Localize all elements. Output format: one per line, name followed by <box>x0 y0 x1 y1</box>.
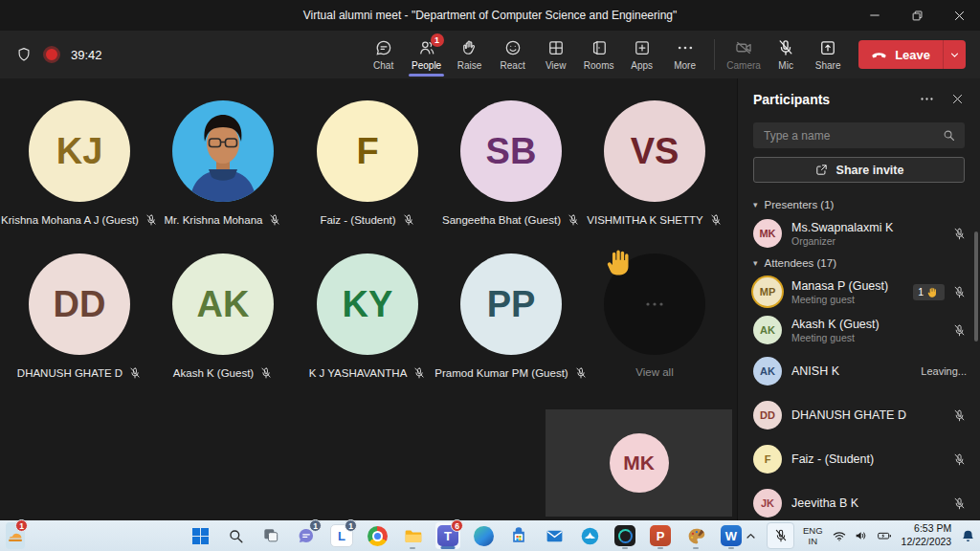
windows-taskbar: 1 1 <box>0 520 980 551</box>
participant-search[interactable] <box>753 122 965 148</box>
participant-tile[interactable]: DD DHANUSH GHATE D <box>8 253 151 380</box>
powerpoint-button[interactable]: P <box>648 522 673 549</box>
tab-chat[interactable]: Chat <box>362 31 405 78</box>
video-grid: KJ Krishna Mohana A J (Guest) Mr. Krishn… <box>0 78 737 520</box>
participant-tile[interactable]: KY K J YASHAVANTHA <box>296 253 439 380</box>
participant-row[interactable]: DD DHANUSH GHATE D <box>738 393 980 437</box>
view-all-tile[interactable]: View all <box>583 253 726 378</box>
participant-name: DHANUSH GHATE D <box>17 367 122 379</box>
mic-muted-icon <box>952 496 967 511</box>
tab-view[interactable]: View <box>534 31 577 78</box>
participant-row[interactable]: AK ANISH K Leaving... <box>738 349 980 393</box>
participant-tile[interactable]: SB Sangeetha Bhat (Guest) <box>439 100 583 227</box>
apps-icon <box>633 38 652 57</box>
participant-tile[interactable]: AK Akash K (Guest) <box>151 253 295 380</box>
participant-tile[interactable]: F Faiz - (Student) <box>296 100 439 227</box>
paint-palette-icon <box>686 526 706 546</box>
chat-app-button[interactable]: 1 <box>294 522 319 549</box>
file-explorer-button[interactable] <box>400 522 425 549</box>
tray-chevron-up-icon[interactable] <box>744 529 758 543</box>
close-button[interactable] <box>938 0 980 31</box>
minimize-button[interactable] <box>854 0 896 31</box>
date: 12/22/2023 <box>902 536 952 549</box>
panel-close-icon[interactable] <box>950 92 965 106</box>
search-input[interactable] <box>762 128 942 143</box>
avatar: PP <box>460 253 562 355</box>
tab-raise[interactable]: Raise <box>448 31 491 78</box>
teams-meeting-window: Virtual alumni meet - "Department of Com… <box>0 0 980 551</box>
mail-button[interactable] <box>542 522 567 549</box>
word-button[interactable]: W <box>719 522 744 549</box>
participant-name: Akash K (Guest) <box>173 367 254 379</box>
avatar: MP <box>753 277 782 306</box>
camera-off-icon <box>734 38 753 57</box>
avatar: SB <box>460 100 562 202</box>
l-app-badge: 1 <box>345 519 357 532</box>
tab-rooms[interactable]: Rooms <box>577 31 620 78</box>
mic-muted-icon <box>709 213 723 227</box>
task-view-button[interactable] <box>258 522 283 549</box>
participant-row[interactable]: JK Jeevitha B K <box>738 481 980 525</box>
l-app-button[interactable]: L 1 <box>329 522 354 549</box>
toolbar-tabs: Chat 1 People Raise React View <box>362 31 706 78</box>
panel-more-options-icon[interactable] <box>919 91 935 107</box>
raise-hand-icon <box>460 38 479 57</box>
participant-row[interactable]: MK Ms.Swapnalaxmi K Organizer <box>738 214 980 253</box>
restore-button[interactable] <box>896 0 938 31</box>
window-controls <box>854 0 980 31</box>
word-icon: W <box>721 525 742 546</box>
battery-charging-icon <box>876 528 893 543</box>
participants-panel: Participants Share invite ▾ Presenters (… <box>737 78 980 520</box>
panel-scrollbar[interactable] <box>974 231 978 342</box>
start-button[interactable] <box>188 522 212 549</box>
raised-hand-icon <box>927 286 940 298</box>
self-view-tile[interactable]: MK <box>546 409 732 517</box>
tab-people[interactable]: 1 People <box>405 31 448 78</box>
avatar: AK <box>753 357 782 386</box>
mic-muted-icon <box>952 408 967 423</box>
leave-button[interactable]: Leave <box>858 40 943 69</box>
bird-app-button[interactable] <box>577 522 602 549</box>
language-indicator[interactable]: ENG IN <box>803 525 823 547</box>
edge-button[interactable] <box>471 522 496 549</box>
share-invite-button[interactable]: Share invite <box>753 157 965 183</box>
leave-button-group: Leave <box>858 40 966 69</box>
participant-row[interactable]: AK Akash K (Guest) Meeting guest <box>738 311 980 349</box>
participant-tile[interactable]: KJ Krishna Mohana A J (Guest) <box>8 100 151 227</box>
tab-more[interactable]: More <box>663 31 706 78</box>
taskbar-search-button[interactable] <box>223 522 248 549</box>
presenters-section-header[interactable]: ▾ Presenters (1) <box>738 194 980 214</box>
participant-tile[interactable]: VS VISHMITHA K SHETTY <box>583 100 726 227</box>
webex-button[interactable] <box>612 522 637 549</box>
leave-options-button[interactable] <box>943 40 966 69</box>
participant-tile[interactable]: PP Pramod Kumar PM (Guest) <box>439 253 583 380</box>
tab-apps[interactable]: Apps <box>620 31 663 78</box>
mic-toggle[interactable]: Mic <box>765 31 807 78</box>
store-button[interactable] <box>506 522 531 549</box>
participant-name: Pramod Kumar PM (Guest) <box>434 367 568 379</box>
tray-mic-button[interactable] <box>767 522 794 549</box>
tab-react[interactable]: React <box>491 31 534 78</box>
taskbar-clock[interactable]: 6:53 PM 12/22/2023 <box>902 522 952 548</box>
collapse-triangle-icon: ▾ <box>753 200 758 209</box>
avatar: MK <box>753 219 782 248</box>
windows-logo-icon <box>191 527 210 545</box>
avatar: KJ <box>29 100 130 202</box>
participant-row[interactable]: MP Manasa P (Guest) Meeting guest 1 <box>738 273 980 311</box>
widgets-button[interactable]: 1 <box>6 522 25 549</box>
notification-bell-icon[interactable] <box>960 528 976 544</box>
powerpoint-icon: P <box>650 525 671 546</box>
system-status-icons[interactable] <box>832 528 893 543</box>
chrome-button[interactable] <box>365 522 390 549</box>
attendees-section-header[interactable]: ▾ Attendees (17) <box>738 253 980 273</box>
edge-icon <box>474 526 494 546</box>
teams-app-button[interactable]: T 6 <box>435 522 460 549</box>
camera-toggle[interactable]: Camera <box>723 31 765 78</box>
avatar: AK <box>753 316 782 344</box>
meeting-toolbar: 39:42 Chat 1 People Raise React <box>0 31 980 79</box>
participant-row[interactable]: F Faiz - (Student) <box>738 437 980 481</box>
share-toggle[interactable]: Share <box>807 31 849 78</box>
avatar: JK <box>753 489 782 518</box>
paint-button[interactable] <box>683 522 708 549</box>
participant-tile[interactable]: Mr. Krishna Mohana <box>151 100 295 227</box>
